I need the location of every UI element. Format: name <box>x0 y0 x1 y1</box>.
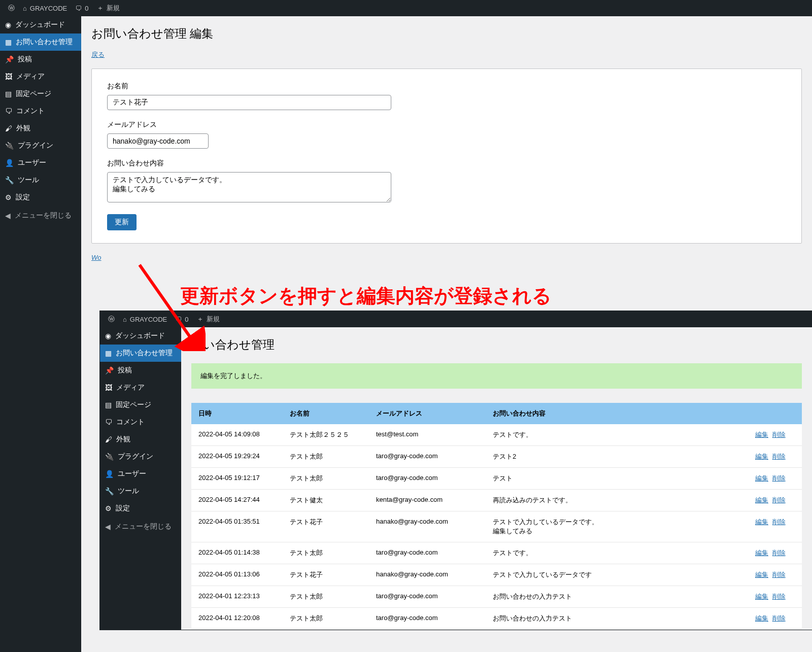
sidebar-item-appearance[interactable]: 🖌外観 <box>100 431 181 448</box>
edit-link[interactable]: 編集 <box>755 431 768 438</box>
site-link[interactable]: ⌂GRAYCODE <box>19 5 71 12</box>
edit-link[interactable]: 編集 <box>755 571 768 578</box>
sidebar-item-form[interactable]: ▦お問い合わせ管理 <box>0 33 81 51</box>
table-row: 2022-04-05 19:29:24テスト太郎taro@gray-code.c… <box>191 446 802 468</box>
collapse-menu[interactable]: ◀ メニューを閉じる <box>100 517 181 536</box>
delete-link[interactable]: 削除 <box>772 571 786 578</box>
sidebar-item-plugin[interactable]: 🔌プラグイン <box>0 137 81 154</box>
sidebar-item-media[interactable]: 🖾メディア <box>0 68 81 85</box>
sidebar-item-label: 固定ページ <box>116 400 151 409</box>
cell-content: お問い合わせの入力テスト <box>486 608 746 630</box>
delete-link[interactable]: 削除 <box>772 474 786 482</box>
admin-sidebar: ◉ダッシュボード▦お問い合わせ管理📌投稿🖾メディア▤固定ページ🗨コメント🖌外観🔌… <box>0 16 81 652</box>
content-textarea[interactable] <box>107 172 391 202</box>
edit-link[interactable]: 編集 <box>755 593 768 600</box>
collapse-label: メニューを閉じる <box>15 211 72 220</box>
email-input[interactable] <box>107 133 209 149</box>
sidebar-item-pin[interactable]: 📌投稿 <box>0 51 81 68</box>
success-notice: 編集を完了しました。 <box>191 363 802 389</box>
delete-link[interactable]: 削除 <box>772 593 786 600</box>
overlay-toolbar: ⓦ ⌂GRAYCODE 🗨0 ＋新規 <box>100 311 812 327</box>
sidebar-item-page[interactable]: ▤固定ページ <box>100 396 181 414</box>
back-link[interactable]: 戻る <box>91 50 105 59</box>
sidebar-item-label: 投稿 <box>18 55 32 64</box>
edit-link[interactable]: 編集 <box>755 549 768 557</box>
name-input[interactable] <box>107 95 391 110</box>
edit-link[interactable]: 編集 <box>755 614 768 622</box>
edit-link[interactable]: 編集 <box>755 518 768 526</box>
delete-link[interactable]: 削除 <box>772 614 786 622</box>
sidebar-item-settings[interactable]: ⚙設定 <box>0 189 81 206</box>
sidebar-item-label: ユーザー <box>118 469 146 478</box>
edit-form-card: お名前 メールアドレス お問い合わせ内容 更新 <box>91 68 802 244</box>
page-icon: ▤ <box>5 90 12 98</box>
cell-content: お問い合わせの入力テスト <box>486 586 746 608</box>
contact-table: 日時 お名前 メールアドレス お問い合わせ内容 2022-04-05 14:09… <box>191 403 802 630</box>
cell-email: taro@gray-code.com <box>369 468 486 490</box>
cell-content: テストです。 <box>486 542 746 564</box>
sidebar-item-label: 固定ページ <box>16 89 51 98</box>
cell-email: hanako@gray-code.com <box>369 564 486 586</box>
result-screenshot-overlay: ⓦ ⌂GRAYCODE 🗨0 ＋新規 ◉ダッシュボード▦お問い合わせ管理📌投稿🖾… <box>100 311 812 630</box>
sidebar-item-pin[interactable]: 📌投稿 <box>100 362 181 379</box>
sidebar-item-comment[interactable]: 🗨コメント <box>100 414 181 431</box>
sidebar-item-comment[interactable]: 🗨コメント <box>0 102 81 120</box>
comments-link[interactable]: 🗨0 <box>71 5 92 12</box>
wp-logo[interactable]: ⓦ <box>4 4 19 13</box>
delete-link[interactable]: 削除 <box>772 431 786 438</box>
admin-toolbar: ⓦ ⌂GRAYCODE 🗨0 ＋新規 <box>0 0 812 16</box>
site-name: GRAYCODE <box>30 5 67 12</box>
sidebar-item-plugin[interactable]: 🔌プラグイン <box>100 448 181 465</box>
table-row: 2022-04-05 01:35:51テスト花子hanako@gray-code… <box>191 511 802 542</box>
sidebar-item-tool[interactable]: 🔧ツール <box>0 171 81 189</box>
edit-link[interactable]: 編集 <box>755 496 768 504</box>
cell-actions: 編集 削除 <box>746 542 802 564</box>
new-content[interactable]: ＋新規 <box>93 4 124 13</box>
sidebar-item-label: プラグイン <box>18 141 53 150</box>
sidebar-item-settings[interactable]: ⚙設定 <box>100 500 181 517</box>
cell-name: テスト太郎 <box>283 446 369 468</box>
sidebar-item-user[interactable]: 👤ユーザー <box>0 154 81 171</box>
delete-link[interactable]: 削除 <box>772 496 786 504</box>
th-email: メールアドレス <box>369 403 486 424</box>
cell-actions: 編集 削除 <box>746 608 802 630</box>
appearance-icon: 🖌 <box>105 435 112 443</box>
sidebar-item-label: メディア <box>16 72 45 81</box>
delete-link[interactable]: 削除 <box>772 518 786 526</box>
cell-content: テストで入力しているデータです <box>486 564 746 586</box>
page-icon: ▤ <box>105 401 112 409</box>
sidebar-item-tool[interactable]: 🔧ツール <box>100 483 181 500</box>
sidebar-item-dashboard[interactable]: ◉ダッシュボード <box>0 16 81 33</box>
sidebar-item-label: プラグイン <box>118 452 153 461</box>
cell-date: 2022-04-05 14:27:44 <box>191 490 283 511</box>
cell-content: テストです。 <box>486 424 746 446</box>
edit-link[interactable]: 編集 <box>755 453 768 460</box>
collapse-menu[interactable]: ◀ メニューを閉じる <box>0 206 81 225</box>
sidebar-item-media[interactable]: 🖾メディア <box>100 379 181 396</box>
sidebar-item-user[interactable]: 👤ユーザー <box>100 465 181 483</box>
cell-email: taro@gray-code.com <box>369 446 486 468</box>
cell-date: 2022-04-05 01:13:06 <box>191 564 283 586</box>
delete-link[interactable]: 削除 <box>772 549 786 557</box>
table-row: 2022-04-01 12:23:13テスト太郎taro@gray-code.c… <box>191 586 802 608</box>
table-row: 2022-04-05 19:12:17テスト太郎taro@gray-code.c… <box>191 468 802 490</box>
sidebar-item-label: ユーザー <box>18 158 46 167</box>
user-icon: 👤 <box>5 159 14 167</box>
wp-logo[interactable]: ⓦ <box>104 315 119 324</box>
comment-count: 0 <box>85 5 88 12</box>
sidebar-item-appearance[interactable]: 🖌外観 <box>0 120 81 137</box>
delete-link[interactable]: 削除 <box>772 453 786 460</box>
sidebar-item-page[interactable]: ▤固定ページ <box>0 85 81 102</box>
table-row: 2022-04-05 14:27:44テスト健太kenta@gray-code.… <box>191 490 802 511</box>
cell-name: テスト太郎２５２５ <box>283 424 369 446</box>
overlay-sidebar: ◉ダッシュボード▦お問い合わせ管理📌投稿🖾メディア▤固定ページ🗨コメント🖌外観🔌… <box>100 327 181 630</box>
update-button[interactable]: 更新 <box>107 214 137 230</box>
cell-actions: 編集 削除 <box>746 564 802 586</box>
cell-email: kenta@gray-code.com <box>369 490 486 511</box>
edit-link[interactable]: 編集 <box>755 474 768 482</box>
overlay-page-title: 問い合わせ管理 <box>191 332 802 357</box>
wordpress-footer-link[interactable]: Wo <box>91 254 101 261</box>
cell-name: テスト健太 <box>283 490 369 511</box>
cell-email: test@test.com <box>369 424 486 446</box>
wordpress-icon: ⓦ <box>108 315 115 324</box>
